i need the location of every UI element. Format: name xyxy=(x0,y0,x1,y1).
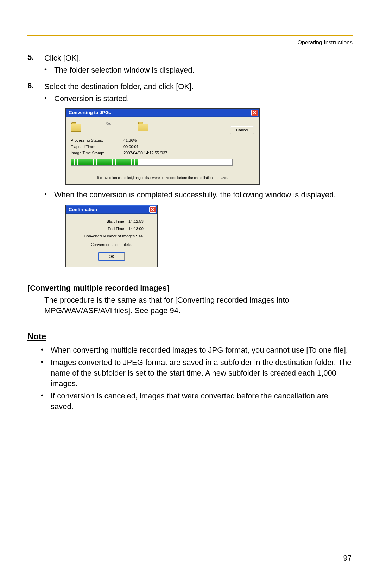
dialog-body: ✎ Cancel Processing Status: 41.36% Elaps… xyxy=(66,117,259,185)
confirm-label: End Time : xyxy=(74,226,126,231)
note-item: • Images converted to JPEG format are sa… xyxy=(41,357,353,389)
status-label: Processing Status: xyxy=(71,138,124,143)
status-value: 00:00:01 xyxy=(124,144,139,149)
header-label: Operating Instructions xyxy=(297,39,353,46)
bullet-dot: • xyxy=(41,391,51,411)
bullet-item: • The folder selection window is display… xyxy=(44,65,353,75)
page-content: 5. Click [OK]. • The folder selection wi… xyxy=(27,49,353,412)
note-heading: Note xyxy=(27,332,353,341)
bullet-text: The folder selection window is displayed… xyxy=(54,65,353,75)
step-number: 5. xyxy=(27,53,44,75)
confirm-row: Start Time : 14:12:53 xyxy=(69,219,154,224)
bullet-item: • Conversion is started. xyxy=(44,93,353,104)
bullet-dot: • xyxy=(44,190,54,200)
confirm-value: 66 xyxy=(139,234,150,239)
bullet-text: Conversion is started. xyxy=(54,93,353,104)
section-heading: [Converting multiple recorded images] xyxy=(27,284,353,293)
folder-icon xyxy=(138,122,150,132)
note-item: • When converting multiple recorded imag… xyxy=(41,345,353,355)
folder-icon xyxy=(71,122,83,132)
dialog-title: Converting to JPG... xyxy=(69,110,113,116)
converting-dialog: Converting to JPG... ✎ xyxy=(65,108,260,185)
status-grid: Processing Status: 41.36% Elapsed Time: … xyxy=(71,137,254,156)
confirm-value: 14:13:00 xyxy=(128,226,150,231)
dialog-body: Start Time : 14:12:53 End Time : 14:13:0… xyxy=(66,214,157,267)
close-icon[interactable] xyxy=(251,110,258,116)
bullet-item: • When the conversion is completed succe… xyxy=(44,190,353,200)
status-row: Elapsed Time: 00:00:01 xyxy=(71,144,254,150)
bullet-list: • The folder selection window is display… xyxy=(44,65,353,75)
note-text: Images converted to JPEG format are save… xyxy=(51,357,353,389)
title-bar: Confirmation xyxy=(66,205,157,214)
status-label: Image Time Stamp: xyxy=(71,150,124,156)
close-icon[interactable] xyxy=(149,206,156,213)
step-5: 5. Click [OK]. • The folder selection wi… xyxy=(27,53,353,75)
pencil-icon: ✎ xyxy=(104,119,113,129)
top-divider xyxy=(27,35,353,36)
step-body: Select the destination folder, and click… xyxy=(44,81,353,267)
note-list: • When converting multiple recorded imag… xyxy=(41,345,353,412)
status-row: Image Time Stamp: 2007/04/09 14:12:55 '9… xyxy=(71,150,254,156)
step-number: 6. xyxy=(27,81,44,267)
confirm-value: 14:12:53 xyxy=(128,219,150,224)
step-body: Click [OK]. • The folder selection windo… xyxy=(44,53,353,75)
status-value: 41.36% xyxy=(124,138,137,143)
confirmation-dialog: Confirmation Start Time : 14:12:53 End T… xyxy=(65,205,158,267)
status-label: Elapsed Time: xyxy=(71,144,124,149)
step-text: Select the destination folder, and click… xyxy=(44,82,194,91)
confirm-row: Converted Number of Images : 66 xyxy=(69,234,154,239)
section-text: The procedure is the same as that for [C… xyxy=(44,295,353,316)
bullet-dot: • xyxy=(41,345,51,355)
bullet-dot: • xyxy=(44,93,54,104)
confirm-label: Converted Number of Images : xyxy=(74,234,137,239)
confirm-label: Start Time : xyxy=(74,219,126,224)
step-6: 6. Select the destination folder, and cl… xyxy=(27,81,353,267)
note-text: When converting multiple recorded images… xyxy=(51,345,353,355)
ok-button[interactable]: OK xyxy=(98,252,125,261)
status-row: Processing Status: 41.36% xyxy=(71,137,254,144)
bullet-text: When the conversion is completed success… xyxy=(54,190,353,200)
page-number: 97 xyxy=(343,553,352,563)
confirm-row: End Time : 14:13:00 xyxy=(69,226,154,231)
bullet-dot: • xyxy=(41,357,51,389)
note-text: If conversion is canceled, images that w… xyxy=(51,391,353,411)
cancel-button[interactable]: Cancel xyxy=(230,126,254,134)
title-bar: Converting to JPG... xyxy=(66,109,259,117)
dialog-title: Confirmation xyxy=(69,206,97,213)
bullet-list: • When the conversion is completed succe… xyxy=(44,190,353,200)
progress-bar xyxy=(71,159,233,166)
complete-text: Conversion is complete. xyxy=(69,242,154,247)
dialog-footnote: If conversion canceled,images that were … xyxy=(71,175,254,180)
folder-row: ✎ Cancel xyxy=(71,120,254,135)
bullet-list: • Conversion is started. xyxy=(44,93,353,104)
status-value: 2007/04/09 14:12:55 '937 xyxy=(124,150,167,156)
bullet-dot: • xyxy=(44,65,54,75)
step-text: Click [OK]. xyxy=(44,54,81,62)
note-item: • If conversion is canceled, images that… xyxy=(41,391,353,411)
